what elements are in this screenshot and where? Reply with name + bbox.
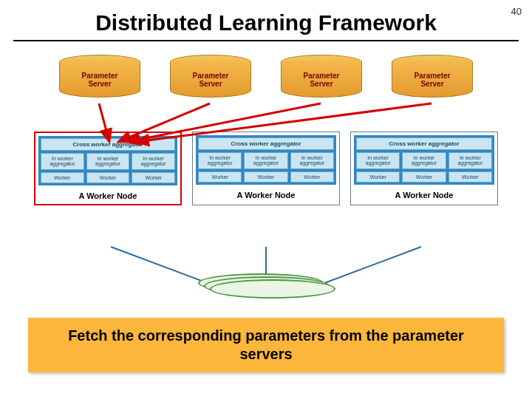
worker-cell: Worker — [402, 171, 446, 183]
worker-node-inner: Cross worker aggregator In worker aggreg… — [196, 135, 336, 185]
worker-node-inner: Cross worker aggregator In worker aggreg… — [38, 136, 177, 185]
parameter-servers-row: ParameterServer ParameterServer Paramete… — [30, 55, 502, 98]
parameter-server: ParameterServer — [392, 55, 473, 98]
page-number: 40 — [511, 6, 522, 17]
in-worker-aggregator: In worker aggregator — [290, 152, 334, 169]
page-title: Distributed Learning Framework — [0, 10, 532, 35]
in-worker-aggregator: In worker aggregator — [244, 152, 287, 169]
cylinder-body: ParameterServer — [170, 62, 251, 98]
in-worker-row: In worker aggregator In worker aggregato… — [356, 152, 492, 169]
worker-cell: Worker — [356, 171, 400, 183]
workers-subrow: Worker Worker Worker — [356, 171, 492, 183]
cylinder-body: ParameterServer — [281, 62, 362, 98]
worker-node-label: A Worker Node — [35, 188, 180, 204]
worker-cell: Worker — [132, 172, 175, 183]
worker-node: Cross worker aggregator In worker aggreg… — [192, 132, 340, 205]
in-worker-row: In worker aggregator In worker aggregato… — [198, 152, 334, 169]
architecture-diagram: ParameterServer ParameterServer Paramete… — [30, 55, 502, 306]
worker-cell: Worker — [86, 172, 130, 183]
title-underline — [13, 40, 519, 41]
worker-node-label: A Worker Node — [193, 188, 339, 203]
parameter-server: ParameterServer — [59, 55, 140, 98]
data-ellipse-icon — [210, 279, 335, 299]
workers-subrow: Worker Worker Worker — [198, 171, 334, 183]
worker-cell: Worker — [449, 171, 492, 183]
data-store-stack — [192, 273, 340, 299]
worker-cell: Worker — [290, 171, 334, 183]
in-worker-aggregator: In worker aggregator — [86, 153, 130, 170]
parameter-server: ParameterServer — [281, 55, 362, 98]
in-worker-aggregator: In worker aggregator — [402, 152, 446, 169]
in-worker-aggregator: In worker aggregator — [449, 152, 492, 169]
in-worker-aggregator: In worker aggregator — [198, 152, 242, 169]
in-worker-aggregator: In worker aggregator — [132, 153, 175, 170]
cross-worker-aggregator: Cross worker aggregator — [41, 138, 175, 151]
worker-cell: Worker — [41, 172, 84, 183]
cross-worker-aggregator: Cross worker aggregator — [356, 137, 492, 150]
worker-nodes-row: Cross worker aggregator In worker aggreg… — [30, 132, 502, 205]
parameter-server: ParameterServer — [170, 55, 251, 98]
cylinder-body: ParameterServer — [392, 62, 473, 98]
workers-subrow: Worker Worker Worker — [41, 172, 175, 183]
worker-node: Cross worker aggregator In worker aggreg… — [350, 132, 498, 205]
worker-node-inner: Cross worker aggregator In worker aggreg… — [354, 135, 494, 185]
caption-bar: Fetch the corresponding parameters from … — [28, 318, 504, 372]
worker-node: Cross worker aggregator In worker aggreg… — [34, 132, 182, 205]
worker-node-label: A Worker Node — [351, 188, 497, 203]
in-worker-row: In worker aggregator In worker aggregato… — [41, 153, 175, 170]
in-worker-aggregator: In worker aggregator — [356, 152, 400, 169]
cross-worker-aggregator: Cross worker aggregator — [198, 137, 334, 150]
worker-cell: Worker — [198, 171, 242, 183]
in-worker-aggregator: In worker aggregator — [41, 153, 84, 170]
cylinder-body: ParameterServer — [59, 62, 140, 98]
worker-cell: Worker — [244, 171, 287, 183]
